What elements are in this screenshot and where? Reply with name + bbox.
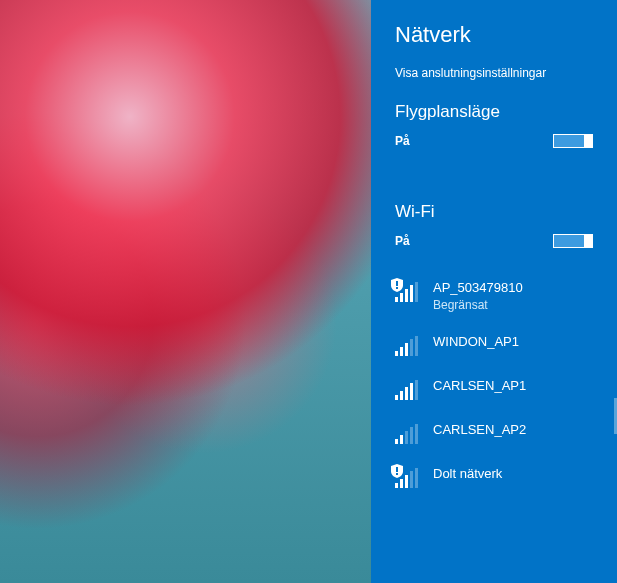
network-text: AP_503479810Begränsat [433,280,523,312]
airplane-mode-state: På [395,134,410,148]
network-item[interactable]: AP_503479810Begränsat [371,270,617,324]
network-item[interactable]: CARLSEN_AP1 [371,368,617,412]
svg-rect-2 [396,467,398,472]
svg-rect-1 [396,287,398,289]
shield-warning-icon [391,464,403,478]
wifi-signal-icon [395,336,419,356]
network-name: WINDON_AP1 [433,334,519,350]
network-name: CARLSEN_AP2 [433,422,526,438]
network-status: Begränsat [433,298,523,312]
toggle-thumb [584,134,592,148]
airplane-mode-label: Flygplansläge [371,90,617,128]
wifi-signal-icon [395,282,419,302]
network-item[interactable]: Dolt nätverk [371,456,617,500]
wifi-signal-icon [395,468,419,488]
airplane-mode-toggle[interactable] [553,134,593,148]
network-text: WINDON_AP1 [433,334,519,350]
network-name: AP_503479810 [433,280,523,296]
wifi-row: På [371,228,617,262]
network-name: Dolt nätverk [433,466,502,482]
airplane-mode-row: På [371,128,617,162]
connection-settings-link[interactable]: Visa anslutningsinställningar [371,60,617,90]
network-item[interactable]: CARLSEN_AP2 [371,412,617,456]
shield-warning-icon [391,278,403,292]
network-text: CARLSEN_AP2 [433,422,526,438]
network-text: CARLSEN_AP1 [433,378,526,394]
network-text: Dolt nätverk [433,466,502,482]
network-list: AP_503479810BegränsatWINDON_AP1CARLSEN_A… [371,262,617,500]
toggle-thumb [584,234,592,248]
svg-rect-0 [396,281,398,286]
network-item[interactable]: WINDON_AP1 [371,324,617,368]
wifi-state: På [395,234,410,248]
wifi-label: Wi-Fi [371,190,617,228]
panel-title: Nätverk [371,0,617,60]
desktop-wallpaper [0,0,371,583]
svg-rect-3 [396,473,398,475]
wifi-signal-icon [395,380,419,400]
wifi-toggle[interactable] [553,234,593,248]
network-name: CARLSEN_AP1 [433,378,526,394]
wifi-signal-icon [395,424,419,444]
network-panel: Nätverk Visa anslutningsinställningar Fl… [371,0,617,583]
